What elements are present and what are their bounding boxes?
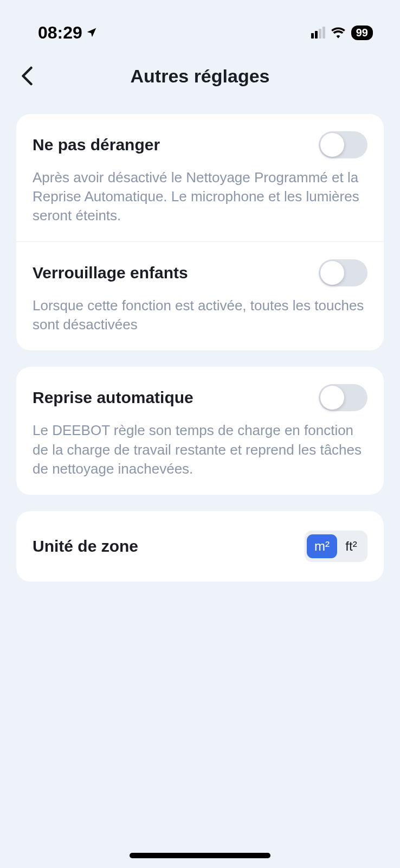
status-time-group: 08:29 (38, 23, 98, 43)
status-time: 08:29 (38, 23, 82, 43)
setting-child-lock: Verrouillage enfants Lorsque cette fonct… (16, 242, 384, 350)
setting-auto-resume-title: Reprise automatique (33, 388, 193, 407)
setting-dnd-title: Ne pas déranger (33, 136, 160, 154)
settings-card-2: Reprise automatique Le DEEBOT règle son … (16, 367, 384, 494)
setting-area-unit-title: Unité de zone (33, 537, 138, 556)
status-bar: 08:29 99 (0, 0, 400, 49)
settings-card-1: Ne pas déranger Après avoir désactivé le… (16, 114, 384, 350)
location-arrow-icon (86, 27, 98, 39)
wifi-icon (331, 27, 346, 39)
area-unit-ft2[interactable]: ft² (337, 534, 365, 558)
setting-area-unit: Unité de zone m² ft² (16, 511, 384, 582)
setting-dnd-toggle[interactable] (319, 131, 367, 158)
setting-child-lock-toggle[interactable] (319, 259, 367, 286)
content-area: Ne pas déranger Après avoir désactivé le… (0, 103, 400, 582)
toggle-knob (320, 261, 344, 285)
cellular-signal-icon (311, 27, 325, 39)
setting-dnd: Ne pas déranger Après avoir désactivé le… (16, 114, 384, 242)
setting-auto-resume: Reprise automatique Le DEEBOT règle son … (16, 367, 384, 494)
setting-child-lock-description: Lorsque cette fonction est activée, tout… (33, 296, 367, 334)
area-unit-segmented: m² ft² (305, 531, 367, 562)
page-title: Autres réglages (131, 66, 270, 87)
battery-indicator: 99 (351, 25, 373, 40)
setting-child-lock-title: Verrouillage enfants (33, 264, 188, 282)
back-button[interactable] (16, 65, 38, 87)
settings-card-3: Unité de zone m² ft² (16, 511, 384, 582)
toggle-knob (320, 386, 344, 410)
status-indicators: 99 (311, 25, 373, 40)
setting-auto-resume-toggle[interactable] (319, 384, 367, 411)
home-indicator[interactable] (130, 853, 270, 858)
setting-dnd-description: Après avoir désactivé le Nettoyage Progr… (33, 168, 367, 225)
setting-auto-resume-description: Le DEEBOT règle son temps de charge en f… (33, 421, 367, 478)
toggle-knob (320, 133, 344, 157)
page-header: Autres réglages (0, 49, 400, 103)
chevron-left-icon (21, 66, 33, 86)
area-unit-m2[interactable]: m² (307, 534, 337, 558)
